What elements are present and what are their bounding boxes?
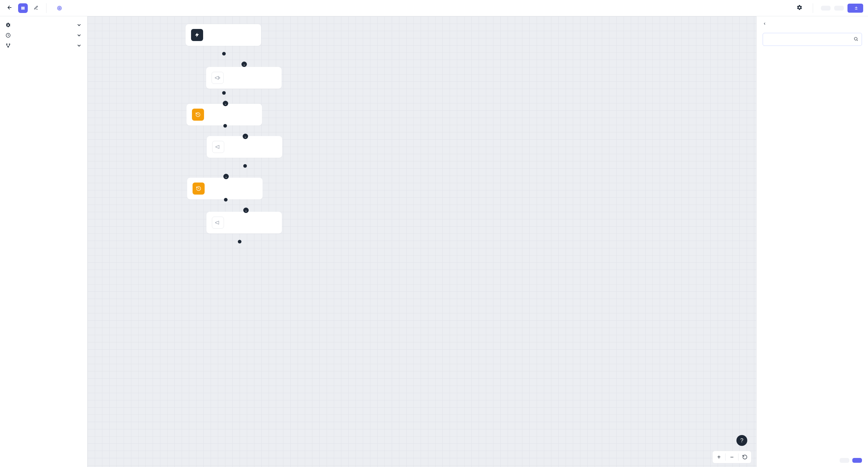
- app-header: [0, 0, 868, 16]
- send-campaign-node[interactable]: [207, 212, 282, 234]
- connector-dot: [223, 124, 227, 128]
- target-icon: [57, 5, 62, 11]
- vertical-divider: [46, 3, 46, 13]
- svg-rect-2: [24, 6, 25, 10]
- edit-goal-button[interactable]: [54, 5, 62, 11]
- svg-rect-1: [23, 6, 24, 10]
- app-logo: [18, 3, 28, 13]
- help-button[interactable]: ?: [736, 435, 747, 446]
- right-panel: [756, 16, 868, 467]
- history-icon: [192, 182, 205, 195]
- breadcrumb-back[interactable]: [763, 22, 862, 26]
- branch-icon: [5, 43, 11, 48]
- megaphone-icon: [212, 216, 224, 229]
- wait-node[interactable]: [187, 178, 262, 199]
- send-campaign-node[interactable]: [206, 67, 282, 89]
- gear-sparkle-icon: [5, 22, 11, 28]
- sidebar: [0, 16, 88, 467]
- chevron-down-icon[interactable]: ⌄: [223, 174, 229, 179]
- megaphone-icon: [212, 141, 224, 153]
- chevron-down-icon[interactable]: ⌄: [223, 101, 228, 106]
- send-campaign-node[interactable]: [207, 136, 282, 158]
- publish-button[interactable]: [847, 4, 863, 13]
- chevron-left-icon: [763, 22, 767, 26]
- section-conditions-header[interactable]: [5, 40, 82, 51]
- connector-dot: [222, 91, 226, 95]
- chevron-down-icon: [76, 22, 82, 28]
- edit-title-icon[interactable]: [34, 5, 38, 11]
- section-delay-header[interactable]: [5, 30, 82, 40]
- connector-dot: [222, 52, 226, 56]
- zoom-in-button[interactable]: +: [713, 451, 725, 463]
- campaign-activity-item[interactable]: [5, 51, 82, 53]
- chevron-down-icon[interactable]: ⌄: [242, 62, 247, 67]
- connector-dot: [224, 198, 227, 202]
- chevron-down-icon: [76, 33, 82, 38]
- svg-rect-0: [22, 6, 22, 10]
- save-draft-button[interactable]: [821, 6, 831, 10]
- vertical-divider: [813, 3, 813, 13]
- zoom-out-button[interactable]: −: [725, 451, 738, 463]
- chevron-down-icon[interactable]: ⌄: [243, 134, 248, 139]
- chevron-down-icon[interactable]: ⌄: [243, 207, 249, 213]
- journey-canvas[interactable]: ⌄ ⌄ ⌄ ⌄ ⌄ ? + −: [88, 16, 756, 467]
- connector-dot: [243, 164, 247, 168]
- list-search-input[interactable]: [763, 33, 862, 46]
- trigger-node[interactable]: [186, 24, 261, 46]
- save-button[interactable]: [852, 458, 862, 463]
- history-icon: [192, 109, 204, 121]
- chevron-down-icon: [76, 43, 82, 48]
- svg-point-5: [59, 7, 60, 8]
- section-actions-header[interactable]: [5, 20, 82, 30]
- wait-node[interactable]: [187, 104, 262, 126]
- svg-point-8: [9, 44, 10, 45]
- settings-icon[interactable]: [794, 2, 805, 14]
- cancel-button[interactable]: [840, 458, 849, 463]
- svg-point-7: [6, 44, 7, 45]
- test-journey-button[interactable]: [834, 6, 844, 10]
- lightning-icon: [191, 29, 203, 41]
- connector-dot: [238, 240, 242, 243]
- back-arrow-icon[interactable]: [5, 3, 14, 13]
- svg-point-10: [855, 37, 857, 40]
- reset-view-button[interactable]: [739, 451, 751, 463]
- upload-icon: [854, 6, 858, 10]
- zoom-controls: + −: [712, 451, 751, 463]
- clock-icon: [5, 33, 11, 38]
- megaphone-icon: [212, 72, 224, 84]
- search-icon: [854, 36, 858, 42]
